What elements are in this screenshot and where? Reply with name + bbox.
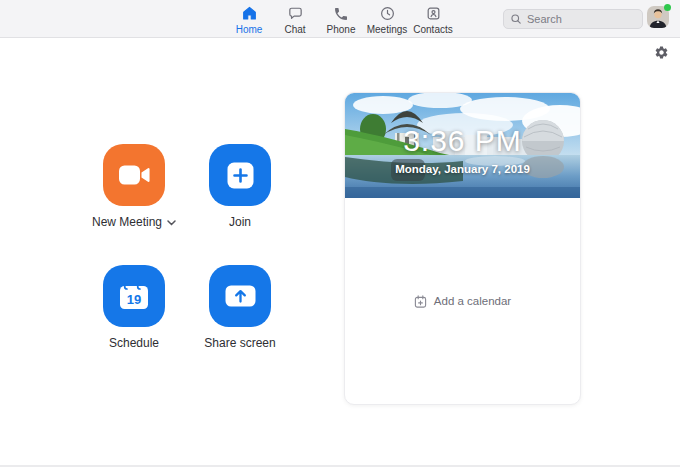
- main-nav-tabs: Home Chat Phone Meetings: [226, 3, 456, 36]
- share-screen-label: Share screen: [204, 336, 275, 350]
- tab-phone[interactable]: Phone: [318, 3, 364, 36]
- tab-phone-label: Phone: [327, 24, 356, 35]
- search-icon: [510, 13, 522, 25]
- time-background-image: 3:36 PM Monday, January 7, 2019: [345, 93, 580, 198]
- tab-contacts[interactable]: Contacts: [410, 3, 456, 36]
- tab-home[interactable]: Home: [226, 3, 272, 36]
- schedule-button[interactable]: 19: [103, 265, 165, 327]
- top-navigation-bar: Home Chat Phone Meetings: [0, 0, 680, 38]
- schedule-label: Schedule: [109, 336, 159, 350]
- calendar-card-body: Add a calendar: [345, 198, 580, 404]
- phone-icon: [333, 5, 349, 22]
- tab-meetings[interactable]: Meetings: [364, 3, 410, 36]
- action-share-screen: Share screen: [178, 265, 302, 350]
- new-meeting-button[interactable]: [103, 144, 165, 206]
- calendar-plus-icon: [414, 295, 427, 308]
- tab-contacts-label: Contacts: [413, 24, 452, 35]
- plus-icon: [227, 162, 254, 189]
- action-join: Join: [178, 144, 302, 229]
- chevron-down-icon[interactable]: [167, 220, 176, 226]
- contact-card-icon: [425, 5, 442, 22]
- share-screen-button[interactable]: [209, 265, 271, 327]
- user-avatar[interactable]: [647, 6, 669, 28]
- svg-text:19: 19: [127, 292, 141, 307]
- tab-home-label: Home: [236, 24, 263, 35]
- tab-chat[interactable]: Chat: [272, 3, 318, 36]
- zoom-home-window: Home Chat Phone Meetings: [0, 0, 680, 467]
- add-calendar-button[interactable]: Add a calendar: [414, 295, 511, 308]
- add-calendar-label: Add a calendar: [434, 295, 511, 307]
- search-input[interactable]: [527, 13, 637, 25]
- clock-icon: [379, 5, 396, 22]
- online-status-dot: [664, 4, 671, 11]
- tab-chat-label: Chat: [284, 24, 305, 35]
- calendar-card: 3:36 PM Monday, January 7, 2019 Add a ca…: [344, 92, 581, 405]
- arrow-up-icon: [225, 285, 256, 307]
- home-icon: [241, 5, 258, 22]
- settings-gear-icon[interactable]: [654, 45, 669, 60]
- join-label: Join: [229, 215, 251, 229]
- video-camera-icon: [118, 163, 151, 187]
- new-meeting-label: New Meeting: [92, 215, 162, 229]
- chat-bubble-icon: [287, 5, 304, 22]
- tab-meetings-label: Meetings: [367, 24, 408, 35]
- search-box[interactable]: [503, 9, 643, 29]
- join-button[interactable]: [209, 144, 271, 206]
- calendar-icon: 19: [118, 281, 150, 311]
